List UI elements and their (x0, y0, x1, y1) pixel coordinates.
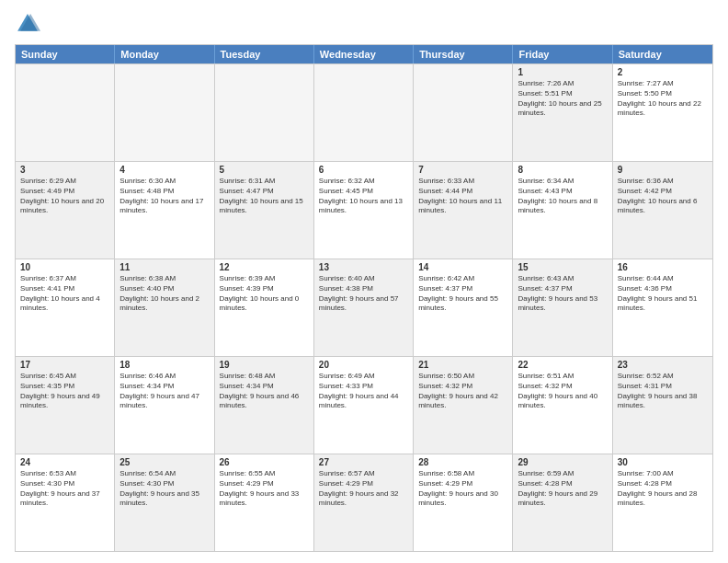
calendar-row-3: 17Sunrise: 6:45 AM Sunset: 4:35 PM Dayli… (16, 356, 712, 454)
day-info: Sunrise: 7:27 AM Sunset: 5:50 PM Dayligh… (618, 79, 708, 119)
day-number: 15 (518, 262, 607, 272)
day-info: Sunrise: 6:48 AM Sunset: 4:34 PM Dayligh… (220, 372, 309, 411)
day-info: Sunrise: 6:57 AM Sunset: 4:29 PM Dayligh… (319, 469, 408, 509)
calendar-cell-empty-0-1 (115, 64, 214, 161)
calendar-body: 1Sunrise: 7:26 AM Sunset: 5:51 PM Daylig… (16, 63, 712, 551)
calendar-row-4: 24Sunrise: 6:53 AM Sunset: 4:30 PM Dayli… (16, 454, 712, 551)
day-info: Sunrise: 6:55 AM Sunset: 4:29 PM Dayligh… (220, 469, 309, 509)
day-info: Sunrise: 6:36 AM Sunset: 4:42 PM Dayligh… (618, 177, 708, 216)
calendar-cell-empty-0-3 (314, 64, 414, 161)
day-info: Sunrise: 6:34 AM Sunset: 4:43 PM Dayligh… (518, 177, 607, 216)
page: SundayMondayTuesdayWednesdayThursdayFrid… (0, 0, 728, 563)
day-number: 30 (618, 457, 708, 467)
day-info: Sunrise: 6:33 AM Sunset: 4:44 PM Dayligh… (418, 177, 507, 216)
header-day-monday: Monday (115, 45, 214, 63)
calendar-cell-9: 9Sunrise: 6:36 AM Sunset: 4:42 PM Daylig… (613, 162, 712, 259)
calendar-cell-14: 14Sunrise: 6:42 AM Sunset: 4:37 PM Dayli… (414, 259, 513, 356)
day-info: Sunrise: 6:29 AM Sunset: 4:49 PM Dayligh… (20, 177, 109, 216)
day-info: Sunrise: 6:40 AM Sunset: 4:38 PM Dayligh… (319, 274, 408, 314)
header-day-tuesday: Tuesday (215, 45, 314, 63)
day-number: 23 (618, 360, 708, 370)
calendar-cell-7: 7Sunrise: 6:33 AM Sunset: 4:44 PM Daylig… (414, 162, 513, 259)
calendar-cell-27: 27Sunrise: 6:57 AM Sunset: 4:29 PM Dayli… (314, 454, 414, 551)
calendar-cell-30: 30Sunrise: 7:00 AM Sunset: 4:28 PM Dayli… (613, 454, 712, 551)
day-number: 2 (618, 67, 708, 77)
day-info: Sunrise: 6:45 AM Sunset: 4:35 PM Dayligh… (20, 372, 109, 411)
day-number: 18 (119, 360, 209, 370)
day-info: Sunrise: 6:50 AM Sunset: 4:32 PM Dayligh… (418, 372, 507, 411)
calendar-cell-3: 3Sunrise: 6:29 AM Sunset: 4:49 PM Daylig… (16, 162, 115, 259)
calendar-cell-12: 12Sunrise: 6:39 AM Sunset: 4:39 PM Dayli… (215, 259, 314, 356)
calendar-cell-10: 10Sunrise: 6:37 AM Sunset: 4:41 PM Dayli… (16, 259, 115, 356)
calendar-row-0: 1Sunrise: 7:26 AM Sunset: 5:51 PM Daylig… (16, 63, 712, 161)
day-info: Sunrise: 6:46 AM Sunset: 4:34 PM Dayligh… (119, 372, 209, 411)
day-info: Sunrise: 6:38 AM Sunset: 4:40 PM Dayligh… (119, 274, 209, 314)
calendar-cell-6: 6Sunrise: 6:32 AM Sunset: 4:45 PM Daylig… (314, 162, 414, 259)
calendar-cell-22: 22Sunrise: 6:51 AM Sunset: 4:32 PM Dayli… (513, 357, 612, 454)
calendar-cell-25: 25Sunrise: 6:54 AM Sunset: 4:30 PM Dayli… (115, 454, 214, 551)
day-number: 5 (220, 165, 309, 175)
calendar-cell-5: 5Sunrise: 6:31 AM Sunset: 4:47 PM Daylig… (215, 162, 314, 259)
day-info: Sunrise: 6:58 AM Sunset: 4:29 PM Dayligh… (418, 469, 507, 509)
calendar-cell-28: 28Sunrise: 6:58 AM Sunset: 4:29 PM Dayli… (414, 454, 513, 551)
day-number: 27 (319, 457, 408, 467)
day-info: Sunrise: 6:52 AM Sunset: 4:31 PM Dayligh… (618, 372, 708, 411)
day-info: Sunrise: 6:51 AM Sunset: 4:32 PM Dayligh… (518, 372, 607, 411)
calendar-cell-19: 19Sunrise: 6:48 AM Sunset: 4:34 PM Dayli… (215, 357, 314, 454)
day-number: 11 (119, 262, 209, 272)
calendar-cell-23: 23Sunrise: 6:52 AM Sunset: 4:31 PM Dayli… (613, 357, 712, 454)
calendar-cell-21: 21Sunrise: 6:50 AM Sunset: 4:32 PM Dayli… (414, 357, 513, 454)
calendar-header: SundayMondayTuesdayWednesdayThursdayFrid… (16, 45, 712, 63)
header-day-thursday: Thursday (414, 45, 513, 63)
calendar-cell-29: 29Sunrise: 6:59 AM Sunset: 4:28 PM Dayli… (513, 454, 612, 551)
day-number: 3 (20, 165, 109, 175)
day-number: 1 (518, 67, 607, 77)
logo (15, 11, 44, 37)
day-number: 4 (119, 165, 209, 175)
day-info: Sunrise: 6:37 AM Sunset: 4:41 PM Dayligh… (20, 274, 109, 314)
day-number: 19 (220, 360, 309, 370)
day-info: Sunrise: 6:32 AM Sunset: 4:45 PM Dayligh… (319, 177, 408, 216)
day-info: Sunrise: 7:26 AM Sunset: 5:51 PM Dayligh… (518, 79, 607, 119)
day-number: 6 (319, 165, 408, 175)
day-number: 21 (418, 360, 507, 370)
day-number: 29 (518, 457, 607, 467)
day-number: 10 (20, 262, 109, 272)
day-info: Sunrise: 6:43 AM Sunset: 4:37 PM Dayligh… (518, 274, 607, 314)
day-number: 8 (518, 165, 607, 175)
header-day-wednesday: Wednesday (314, 45, 414, 63)
day-info: Sunrise: 6:30 AM Sunset: 4:48 PM Dayligh… (119, 177, 209, 216)
day-number: 26 (220, 457, 309, 467)
calendar-cell-17: 17Sunrise: 6:45 AM Sunset: 4:35 PM Dayli… (16, 357, 115, 454)
day-info: Sunrise: 6:54 AM Sunset: 4:30 PM Dayligh… (119, 469, 209, 509)
header-day-sunday: Sunday (16, 45, 115, 63)
header (15, 11, 713, 37)
calendar-cell-11: 11Sunrise: 6:38 AM Sunset: 4:40 PM Dayli… (115, 259, 214, 356)
day-number: 25 (119, 457, 209, 467)
calendar: SundayMondayTuesdayWednesdayThursdayFrid… (15, 44, 713, 552)
day-number: 13 (319, 262, 408, 272)
day-info: Sunrise: 6:42 AM Sunset: 4:37 PM Dayligh… (418, 274, 507, 314)
calendar-cell-15: 15Sunrise: 6:43 AM Sunset: 4:37 PM Dayli… (513, 259, 612, 356)
day-number: 12 (220, 262, 309, 272)
calendar-cell-20: 20Sunrise: 6:49 AM Sunset: 4:33 PM Dayli… (314, 357, 414, 454)
calendar-cell-18: 18Sunrise: 6:46 AM Sunset: 4:34 PM Dayli… (115, 357, 214, 454)
day-info: Sunrise: 6:39 AM Sunset: 4:39 PM Dayligh… (220, 274, 309, 314)
day-number: 28 (418, 457, 507, 467)
calendar-cell-2: 2Sunrise: 7:27 AM Sunset: 5:50 PM Daylig… (613, 64, 712, 161)
calendar-row-1: 3Sunrise: 6:29 AM Sunset: 4:49 PM Daylig… (16, 161, 712, 259)
day-number: 14 (418, 262, 507, 272)
header-day-friday: Friday (513, 45, 612, 63)
day-info: Sunrise: 7:00 AM Sunset: 4:28 PM Dayligh… (618, 469, 708, 509)
calendar-cell-24: 24Sunrise: 6:53 AM Sunset: 4:30 PM Dayli… (16, 454, 115, 551)
day-info: Sunrise: 6:49 AM Sunset: 4:33 PM Dayligh… (319, 372, 408, 411)
header-day-saturday: Saturday (613, 45, 712, 63)
day-number: 9 (618, 165, 708, 175)
calendar-cell-empty-0-0 (16, 64, 115, 161)
day-info: Sunrise: 6:44 AM Sunset: 4:36 PM Dayligh… (618, 274, 708, 314)
calendar-row-2: 10Sunrise: 6:37 AM Sunset: 4:41 PM Dayli… (16, 259, 712, 356)
calendar-cell-empty-0-4 (414, 64, 513, 161)
calendar-cell-4: 4Sunrise: 6:30 AM Sunset: 4:48 PM Daylig… (115, 162, 214, 259)
day-info: Sunrise: 6:59 AM Sunset: 4:28 PM Dayligh… (518, 469, 607, 509)
logo-icon (15, 11, 40, 37)
